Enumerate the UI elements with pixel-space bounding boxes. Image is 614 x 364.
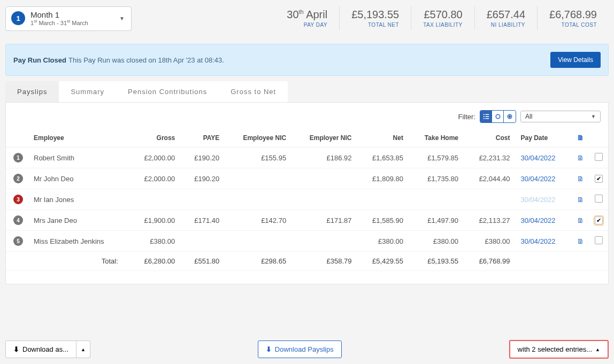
col-emp-nic[interactable]: Employee NIC (225, 128, 291, 148)
filter-label: Filter: (458, 113, 476, 121)
stats-bar: 30th April PAY DAY £5,193.55 TOTAL NET £… (275, 6, 609, 30)
view-circle-icon[interactable] (492, 111, 504, 122)
row-index-badge: 1 (13, 153, 23, 162)
total-paye: £551.80 (180, 252, 225, 271)
selected-entries-button[interactable]: with 2 selected entries... ▲ (509, 340, 609, 359)
cell-paye (180, 231, 225, 252)
pay-date-link[interactable]: 30/04/2022 (520, 154, 555, 162)
pdf-icon[interactable]: 🗎 (577, 196, 584, 204)
row-checkbox[interactable] (595, 236, 603, 244)
download-as-button[interactable]: ⬇ Download as... (5, 340, 76, 358)
cell-take-home: £1,497.90 (409, 210, 464, 231)
totals-label: Total: (28, 252, 129, 271)
download-icon: ⬇ (13, 345, 19, 353)
row-index-badge: 4 (13, 215, 23, 225)
cell-employee: Mr John Deo (28, 168, 129, 189)
col-employee[interactable]: Employee (28, 128, 129, 148)
cell-paye: £171.40 (180, 210, 225, 231)
cell-net: £1,653.85 (357, 148, 408, 168)
svg-rect-4 (483, 118, 484, 119)
period-selector[interactable]: 1 Month 1 1st March - 31st March ▼ (5, 6, 132, 31)
row-checkbox[interactable] (595, 153, 603, 161)
col-select (589, 128, 608, 148)
tab-payslips[interactable]: Payslips (5, 81, 59, 102)
total-net: £5,429.55 (357, 252, 408, 271)
cell-employee: Mrs Jane Deo (28, 210, 129, 231)
period-text: Month 1 1st March - 31st March (30, 10, 115, 26)
col-cost[interactable]: Cost (464, 128, 515, 148)
row-index-badge: 2 (13, 174, 23, 183)
cell-net: £1,585.90 (357, 210, 408, 231)
period-badge: 1 (11, 11, 25, 25)
filter-dropdown[interactable]: All▼ (520, 111, 601, 122)
pay-date-link[interactable]: 30/04/2022 (520, 216, 555, 224)
cell-empr-nic: £186.92 (291, 148, 357, 168)
cell-cost: £2,044.40 (464, 168, 515, 189)
col-paye[interactable]: PAYE (180, 128, 225, 148)
cell-emp-nic: £155.95 (225, 148, 291, 168)
tab-pension[interactable]: Pension Contributions (116, 81, 219, 102)
table-row: 3 Mr Ian Jones 30/04/2022 🗎 (6, 189, 608, 210)
cell-empr-nic: £171.87 (291, 210, 357, 231)
footer-bar: ⬇ Download as... ▲ ⬇ Download Payslips w… (0, 335, 614, 364)
chevron-down-icon: ▼ (119, 16, 125, 21)
cell-net (357, 189, 408, 210)
row-checkbox[interactable] (595, 175, 603, 183)
view-dot-icon[interactable] (504, 111, 516, 122)
document-icon: 🗎 (577, 134, 584, 142)
cell-emp-nic (225, 231, 291, 252)
total-take-home: £5,193.55 (409, 252, 464, 271)
cell-pay-date: 30/04/2022 (515, 231, 572, 252)
col-net[interactable]: Net (357, 128, 408, 148)
pay-date-link[interactable]: 30/04/2022 (520, 196, 555, 204)
cell-empr-nic (291, 231, 357, 252)
cell-take-home: £1,735.80 (409, 168, 464, 189)
cell-net: £380.00 (357, 231, 408, 252)
cell-empr-nic (291, 168, 357, 189)
totals-row: Total: £6,280.00 £551.80 £298.65 £358.79… (6, 252, 608, 271)
pdf-icon[interactable]: 🗎 (577, 154, 584, 162)
download-as-caret-button[interactable]: ▲ (76, 340, 90, 358)
total-gross: £6,280.00 (129, 252, 180, 271)
col-empr-nic[interactable]: Employer NIC (291, 128, 357, 148)
row-index-badge: 3 (13, 195, 23, 204)
stat-payday: 30th April PAY DAY (275, 6, 339, 30)
cell-cost: £2,231.32 (464, 148, 515, 168)
cell-emp-nic (225, 168, 291, 189)
cell-gross: £1,900.00 (129, 210, 180, 231)
pay-date-link[interactable]: 30/04/2022 (520, 237, 555, 245)
pdf-icon[interactable]: 🗎 (577, 175, 584, 183)
table-row: 2 Mr John Deo £2,000.00 £190.20 £1,809.8… (6, 168, 608, 189)
cell-gross: £2,000.00 (129, 148, 180, 168)
cell-gross: £380.00 (129, 231, 180, 252)
alert-text: This Pay Run was closed on 18th Apr '23 … (68, 56, 224, 64)
cell-pay-date: 30/04/2022 (515, 148, 572, 168)
col-gross[interactable]: Gross (129, 128, 180, 148)
tab-gross-to-net[interactable]: Gross to Net (219, 81, 288, 102)
cell-net: £1,809.80 (357, 168, 408, 189)
cell-pay-date: 30/04/2022 (515, 168, 572, 189)
col-pay-date[interactable]: Pay Date (515, 128, 572, 148)
pdf-icon[interactable]: 🗎 (577, 237, 584, 245)
cell-employee: Miss Elizabeth Jenkins (28, 231, 129, 252)
row-checkbox[interactable] (595, 216, 603, 224)
col-take-home[interactable]: Take Home (409, 128, 464, 148)
cell-paye: £190.20 (180, 148, 225, 168)
row-checkbox[interactable] (595, 195, 603, 203)
stat-tax: £570.80 TAX LIABILITY (411, 6, 474, 30)
cell-employee: Mr Ian Jones (28, 189, 129, 210)
period-title: Month 1 (30, 10, 115, 19)
table-row: 1 Robert Smith £2,000.00 £190.20 £155.95… (6, 148, 608, 168)
pay-date-link[interactable]: 30/04/2022 (520, 175, 555, 183)
download-payslips-button[interactable]: ⬇ Download Payslips (258, 340, 342, 358)
svg-rect-3 (485, 116, 489, 117)
alert-pay-run-closed: Pay Run Closed This Pay Run was closed o… (5, 44, 609, 76)
view-list-icon[interactable] (480, 111, 492, 122)
cell-empr-nic (291, 189, 357, 210)
svg-rect-5 (485, 118, 489, 119)
table-row: 5 Miss Elizabeth Jenkins £380.00 £380.00… (6, 231, 608, 252)
view-details-button[interactable]: View Details (550, 52, 601, 68)
alert-title: Pay Run Closed (13, 56, 66, 64)
tab-summary[interactable]: Summary (59, 81, 116, 102)
pdf-icon[interactable]: 🗎 (577, 216, 584, 224)
